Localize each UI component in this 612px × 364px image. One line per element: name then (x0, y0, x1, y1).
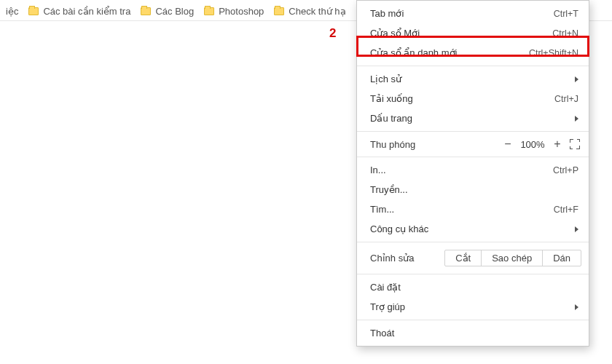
shortcut: Ctrl+Shift+N (529, 48, 578, 58)
menu-edit: Chỉnh sửa Cắt Sao chép Dán (357, 245, 589, 271)
folder-icon (141, 7, 151, 15)
bookmark-label: Các Blog (155, 6, 194, 17)
menu-new-window[interactable]: Cửa sổ MớiCtrl+N (357, 23, 589, 43)
menu-separator (357, 131, 589, 132)
zoom-label: Thu phóng (370, 139, 500, 150)
bookmark-label: iệc (6, 6, 18, 17)
chrome-menu: Tab mớiCtrl+T Cửa sổ MớiCtrl+N Cửa sổ ẩn… (356, 0, 589, 347)
shortcut: Ctrl+J (554, 94, 578, 104)
menu-cast[interactable]: Truyền... (357, 180, 589, 199)
menu-find[interactable]: Tìm...Ctrl+F (357, 199, 589, 219)
zoom-out-button[interactable]: − (500, 138, 516, 151)
menu-help[interactable]: Trợ giúp (357, 297, 589, 317)
menu-downloads[interactable]: Tải xuốngCtrl+J (357, 89, 589, 108)
shortcut: Ctrl+P (553, 165, 578, 175)
menu-history[interactable]: Lịch sử (357, 69, 589, 89)
folder-icon (28, 7, 39, 15)
bookmark-item[interactable]: Các bài cần kiểm tra (28, 6, 130, 17)
chevron-right-icon (575, 304, 578, 310)
chevron-right-icon (575, 76, 578, 82)
zoom-in-button[interactable]: + (549, 138, 565, 151)
menu-incognito[interactable]: Cửa sổ ẩn danh mớiCtrl+Shift+N (357, 43, 589, 63)
fullscreen-icon[interactable] (570, 139, 580, 149)
menu-separator (357, 157, 589, 157)
edit-copy-button[interactable]: Sao chép (482, 250, 543, 266)
annotation-2: 2 (329, 26, 336, 41)
menu-separator (357, 274, 589, 274)
shortcut: Ctrl+N (552, 28, 578, 39)
menu-exit[interactable]: Thoát (357, 323, 589, 343)
edit-group: Cắt Sao chép Dán (444, 250, 581, 266)
folder-icon (204, 7, 214, 15)
bookmark-item[interactable]: Các Blog (141, 6, 194, 17)
bookmark-label: Check thứ hạ (289, 6, 345, 17)
edit-cut-button[interactable]: Cắt (445, 250, 482, 266)
edit-paste-button[interactable]: Dán (543, 250, 581, 266)
menu-zoom: Thu phóng − 100% + (357, 135, 589, 154)
menu-separator (357, 66, 589, 66)
menu-more-tools[interactable]: Công cụ khác (357, 219, 589, 239)
shortcut: Ctrl+F (554, 205, 578, 215)
bookmark-label: Photoshop (219, 6, 264, 17)
menu-new-tab[interactable]: Tab mớiCtrl+T (357, 4, 589, 23)
zoom-value: 100% (516, 139, 549, 150)
menu-settings[interactable]: Cài đặt (357, 277, 589, 297)
menu-separator (357, 242, 589, 242)
bookmark-item[interactable]: Photoshop (204, 6, 264, 17)
edit-label: Chỉnh sửa (370, 253, 444, 264)
folder-icon (274, 7, 284, 15)
chevron-right-icon (575, 226, 578, 232)
bookmark-item[interactable]: Check thứ hạ (274, 6, 345, 17)
shortcut: Ctrl+T (554, 9, 578, 19)
menu-bookmarks[interactable]: Dấu trang (357, 108, 589, 128)
menu-print[interactable]: In...Ctrl+P (357, 160, 589, 180)
bookmark-label: Các bài cần kiểm tra (43, 6, 130, 17)
bookmark-item[interactable]: iệc (6, 6, 18, 17)
chevron-right-icon (575, 116, 578, 122)
menu-separator (357, 320, 589, 320)
